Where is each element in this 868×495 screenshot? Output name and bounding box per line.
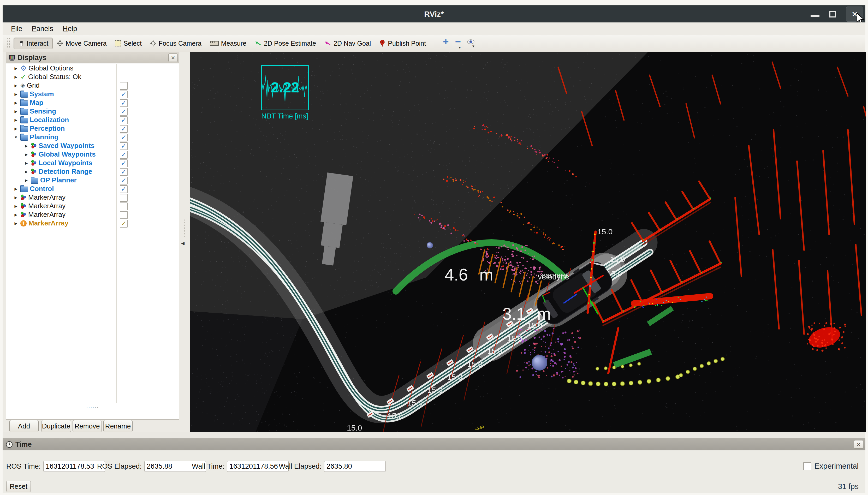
expand-arrow-icon[interactable]: ▶ (13, 204, 18, 208)
display-row-perception-7[interactable]: ▶Perception✓ (6, 124, 179, 133)
display-row-global-waypoints-10[interactable]: ▶Global Waypoints✓ (6, 150, 179, 159)
display-row-detection-range-12[interactable]: ▶Detection Range✓ (6, 167, 179, 176)
tool-label: Focus Camera (159, 40, 202, 47)
display-row-system-3[interactable]: ▶System✓ (6, 90, 179, 98)
tool-2d-nav-goal[interactable]: 2D Nav Goal (320, 38, 375, 49)
reset-button[interactable]: Reset (6, 481, 31, 492)
experimental-checkbox[interactable] (803, 462, 811, 470)
expand-arrow-icon[interactable]: ▶ (13, 84, 18, 88)
enable-checkbox[interactable]: ✓ (120, 90, 127, 98)
enable-checkbox[interactable]: ✓ (120, 177, 127, 185)
time-panel-header[interactable]: Time ✕ (3, 438, 865, 450)
tool-measure[interactable]: Measure (206, 38, 251, 49)
display-row-saved-waypoints-9[interactable]: ▶Saved Waypoints✓ (6, 141, 179, 150)
enable-checkbox[interactable]: ✓ (120, 185, 127, 193)
display-row-sensing-5[interactable]: ▶Sensing✓ (6, 107, 179, 116)
display-row-op-planner-13[interactable]: ▶OP Planner✓ (6, 176, 179, 185)
menu-file[interactable]: File (6, 24, 27, 34)
expand-arrow-icon[interactable]: ▶ (13, 213, 18, 217)
enable-checkbox[interactable]: ✓ (120, 220, 127, 227)
3d-scene-canvas[interactable] (190, 52, 866, 432)
display-row-control-14[interactable]: ▶Control✓ (6, 185, 179, 193)
expand-arrow-icon[interactable]: ▶ (13, 66, 18, 70)
tool-move-camera[interactable]: Move Camera (53, 38, 110, 49)
displays-panel-header[interactable]: Displays ✕ (6, 52, 179, 64)
rename-button[interactable]: Rename (103, 420, 133, 432)
display-row-markerarray-16[interactable]: ▶MarkerArray (6, 202, 179, 210)
enable-checkbox[interactable]: ✓ (120, 108, 127, 116)
expand-arrow-icon[interactable]: ▶ (24, 144, 29, 148)
enable-checkbox[interactable]: ✓ (120, 125, 127, 133)
expand-arrow-icon[interactable]: ▶ (13, 75, 18, 79)
tool-interact[interactable]: Interact (14, 38, 53, 49)
menu-help[interactable]: Help (58, 24, 82, 34)
expand-arrow-icon[interactable]: ▶ (13, 126, 18, 131)
viewport-time-splitter[interactable]: ...... (3, 432, 865, 438)
remove-tool-button[interactable]: −▾ (455, 38, 461, 49)
marker-cluster-icon (31, 151, 37, 157)
displays-close-icon[interactable]: ✕ (168, 53, 178, 62)
expand-arrow-icon[interactable]: ▶ (24, 161, 29, 165)
enable-checkbox[interactable]: ✓ (120, 116, 127, 124)
minimize-icon[interactable] (811, 15, 819, 17)
enable-checkbox[interactable]: ✓ (120, 168, 127, 176)
monitor-icon (8, 54, 15, 61)
time-panel-close-icon[interactable]: ✕ (854, 440, 863, 448)
enable-checkbox[interactable] (120, 194, 127, 202)
expand-arrow-icon[interactable]: ▶ (13, 118, 18, 122)
enable-checkbox[interactable]: ✓ (120, 151, 127, 159)
time-field-input[interactable] (324, 461, 386, 472)
tool-select[interactable]: Select (110, 38, 146, 49)
remove-button[interactable]: Remove (72, 420, 102, 432)
folder-icon (20, 118, 28, 123)
display-row-global-options-0[interactable]: ▶⚙Global Options (6, 64, 179, 72)
display-row-map-4[interactable]: ▶Map✓ (6, 98, 179, 107)
time-field-label: Wall Elapsed: (279, 462, 322, 471)
expand-arrow-icon[interactable]: ▶ (24, 152, 29, 157)
enable-checkbox[interactable]: ✓ (120, 142, 127, 150)
expand-arrow-icon[interactable]: ▶ (13, 187, 18, 191)
tool-focus-camera[interactable]: Focus Camera (146, 38, 206, 49)
enable-checkbox[interactable] (120, 211, 127, 219)
enable-checkbox[interactable]: ✓ (120, 159, 127, 167)
marker-cluster-icon (20, 194, 27, 200)
expand-arrow-icon[interactable]: ▶ (13, 109, 18, 114)
expand-arrow-icon[interactable]: ▶ (13, 195, 18, 200)
splitter-grip[interactable] (184, 219, 185, 237)
display-label: Planning (30, 133, 58, 141)
tool-label: Move Camera (66, 40, 106, 47)
duplicate-button[interactable]: Duplicate (41, 420, 71, 432)
time-field-input[interactable] (43, 461, 105, 472)
expand-arrow-icon[interactable]: ▶ (13, 92, 18, 96)
enable-checkbox[interactable]: ✓ (120, 134, 127, 141)
3d-viewport[interactable]: 2.22 NDT Time [ms] 4.6 m 3.1 m camera ve… (190, 52, 866, 432)
add-button[interactable]: Add (10, 420, 39, 432)
display-row-planning-8[interactable]: ▼Planning✓ (6, 133, 179, 141)
display-row-grid-2[interactable]: ▶◈Grid (6, 81, 179, 90)
panel-viewport-splitter[interactable]: ◀ (179, 52, 190, 432)
enable-checkbox[interactable] (120, 82, 127, 90)
expand-arrow-icon[interactable]: ▶ (13, 221, 18, 225)
expand-arrow-icon[interactable]: ▶ (24, 178, 29, 183)
expand-arrow-icon[interactable]: ▶ (24, 170, 29, 174)
display-row-global-status-ok-1[interactable]: ▶✓Global Status: Ok (6, 72, 179, 81)
display-row-markerarray-17[interactable]: ▶MarkerArray (6, 210, 179, 219)
maximize-icon[interactable] (829, 11, 836, 17)
expand-arrow-icon[interactable]: ▶ (13, 101, 18, 105)
panel-splitter-grip[interactable]: ...... (6, 404, 179, 409)
display-label: Saved Waypoints (39, 142, 95, 150)
enable-checkbox[interactable] (120, 203, 127, 210)
add-tool-button[interactable]: + (443, 38, 448, 49)
tool-visibility-button[interactable]: ▾ (467, 39, 474, 48)
close-icon[interactable]: ✕ (846, 6, 863, 22)
display-row-localization-6[interactable]: ▶Localization✓ (6, 116, 179, 124)
collapse-arrow-icon[interactable]: ▼ (13, 135, 18, 139)
tool-2d-pose-estimate[interactable]: 2D Pose Estimate (251, 38, 320, 49)
display-row-markerarray-15[interactable]: ▶MarkerArray (6, 193, 179, 202)
tool-publish-point[interactable]: Publish Point (375, 38, 430, 49)
enable-checkbox[interactable]: ✓ (120, 99, 127, 107)
display-row-local-waypoints-11[interactable]: ▶Local Waypoints✓ (6, 159, 179, 167)
menu-panels[interactable]: Panels (27, 24, 58, 34)
display-row-markerarray-18[interactable]: ▶!MarkerArray✓ (6, 219, 179, 227)
collapse-arrow-icon[interactable]: ◀ (181, 241, 185, 246)
